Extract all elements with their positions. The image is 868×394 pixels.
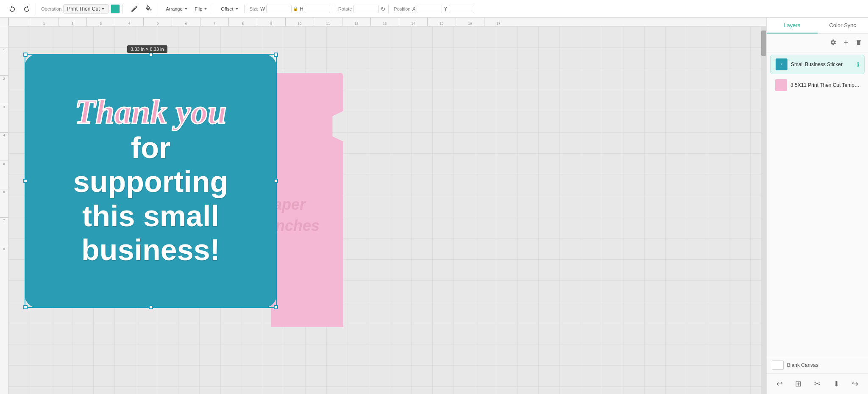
linetype-button[interactable] [128,3,141,14]
redo-button[interactable] [20,3,33,14]
panel-tabs: Layers Color Sync [767,18,868,34]
color-swatch[interactable] [111,4,120,14]
width-lock-icon[interactable]: 🔒 [293,6,298,11]
y-input[interactable]: 0.5 [449,5,474,13]
arrange-label: Arrange [166,6,182,11]
offset-section: Offset [216,5,244,13]
undo-button[interactable] [6,3,19,14]
add-layer-icon [843,39,849,46]
layer-name-2: 8.5X11 Print Then Cut Templ... [790,82,860,88]
panel-toolbar [767,34,868,53]
canvas-workspace[interactable]: 8.33 in × 8.33 in aper nches Thank you f… [8,26,766,394]
panel-add-button[interactable] [841,37,851,49]
operation-section: Operation Print Then Cut [39,4,123,14]
main-area: 1 2 3 4 5 6 7 8 9 10 11 12 13 14 15 16 1… [0,18,868,394]
offset-chevron-icon [235,7,239,11]
layer-item-2[interactable]: 8.5X11 Print Then Cut Templ... [770,76,865,94]
operation-dropdown[interactable]: Print Then Cut [63,4,109,14]
height-group: H 8.333 [300,5,330,13]
panel-download-button[interactable]: ⬇ [830,377,843,391]
handle-top-left[interactable] [23,53,28,57]
y-label: Y [444,6,447,12]
sticker-background: Thank you forsupportingthis smallbusines… [25,54,277,308]
panel-cut-button[interactable]: ✂ [811,377,824,391]
blank-canvas-label: Blank Canvas [787,362,818,368]
panel-delete-button[interactable] [854,37,864,49]
chevron-down-icon [101,7,105,11]
linetype-section [125,3,158,14]
flip-label: Flip [195,6,203,11]
sticker-body-text: forsupportingthis smallbusiness! [73,131,228,267]
layer-name-1: Small Business Sticker [791,61,854,67]
main-toolbar: Operation Print Then Cut Arrange Flip Of… [0,0,868,18]
width-label: W [260,6,265,12]
canvas-scrollbar[interactable] [761,26,766,394]
arrange-section: Arrange Flip [161,5,213,13]
layers-list: T Small Business Sticker ℹ 8.5X11 Print … [767,53,868,96]
ruler-corner [0,18,8,26]
panel-redo-button[interactable]: ↪ [849,377,862,391]
arrange-button[interactable]: Arrange [163,5,190,13]
x-input[interactable]: 0.5 [417,5,442,13]
rotate-section: Rotate 0 ↻ [336,5,389,13]
width-input[interactable]: 8.333 [266,5,292,13]
blank-canvas-row: Blank Canvas [767,357,868,373]
sticker-thank-you-text: Thank you [75,95,227,129]
scrollbar-thumb[interactable] [761,31,766,56]
width-group: W 8.333 🔒 [260,5,298,13]
size-section: Size W 8.333 🔒 H 8.333 [247,5,333,13]
panel-settings-button[interactable] [828,37,838,49]
position-label: Position [394,6,410,11]
x-label: X [412,6,415,12]
layer-item-1[interactable]: T Small Business Sticker ℹ [770,55,865,74]
right-panel: Layers Color Sync T [766,18,868,394]
layer-info-icon-1[interactable]: ℹ [857,61,859,68]
blank-canvas-thumb [772,361,784,370]
layer-thumb-2 [775,79,787,91]
settings-icon [830,39,837,46]
handle-top-right[interactable] [274,53,278,57]
y-group: Y 0.5 [444,5,474,13]
ruler-vertical: 1 2 3 4 5 6 7 8 [0,26,8,394]
size-label: Size [250,6,259,11]
height-input[interactable]: 8.333 [305,5,330,13]
operation-label: Operation [41,6,61,11]
sticker-element[interactable]: Thank you forsupportingthis smallbusines… [25,54,277,308]
panel-undo-button[interactable]: ↩ [773,377,786,391]
operation-value: Print Then Cut [67,6,100,12]
arrange-chevron-icon [184,7,188,11]
tab-layers[interactable]: Layers [767,18,818,33]
layer-thumb-1: T [776,58,787,70]
rotate-input[interactable]: 0 [353,5,379,13]
panel-bottom-toolbar: ↩ ⊞ ✂ ⬇ ↪ [767,373,868,394]
delete-layer-icon [855,39,862,46]
panel-layers-button[interactable]: ⊞ [792,377,805,391]
tab-color-sync[interactable]: Color Sync [818,18,868,33]
fill-button[interactable] [142,3,155,14]
canvas-area[interactable]: 1 2 3 4 5 6 7 8 9 10 11 12 13 14 15 16 1… [0,18,766,394]
position-section: Position X 0.5 Y 0.5 [391,5,476,13]
panel-spacer [767,96,868,357]
x-group: X 0.5 [412,5,442,13]
pink-template-text2: nches [275,217,320,235]
height-label: H [300,6,303,12]
flip-button[interactable]: Flip [192,5,211,13]
flip-chevron-icon [203,7,208,11]
ruler-horizontal: 1 2 3 4 5 6 7 8 9 10 11 12 13 14 15 16 1… [8,18,766,26]
handle-bottom-left[interactable] [23,305,28,309]
offset-label: Offset [221,6,233,11]
pink-template-text1: aper [273,196,306,214]
size-tooltip: 8.33 in × 8.33 in [127,45,167,53]
rotate-icon[interactable]: ↻ [381,6,386,12]
offset-button[interactable]: Offset [218,5,241,13]
undo-redo-section [3,3,36,14]
rotate-label: Rotate [338,6,352,11]
